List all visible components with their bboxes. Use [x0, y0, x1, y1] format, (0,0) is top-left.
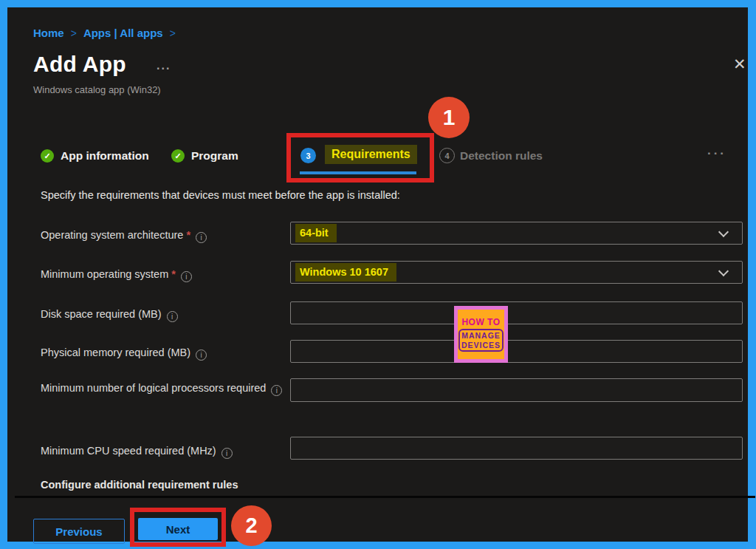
screenshot-frame: Home > Apps | All apps > Add App ... Win…: [0, 0, 756, 549]
field-label-disk-space: Disk space required (MB)i: [41, 306, 284, 322]
step-4-badge: 4: [439, 148, 455, 163]
required-asterisk: *: [186, 229, 190, 241]
watermark-stamp-badge: MANAGE DEVICES: [458, 329, 504, 351]
logical-processors-field[interactable]: [290, 378, 743, 402]
tab-requirements[interactable]: Requirements: [325, 145, 417, 164]
tab-detection-rules[interactable]: Detection rules: [460, 149, 543, 163]
required-asterisk: *: [171, 268, 176, 280]
step-complete-check-icon: ✓: [41, 149, 54, 163]
step-complete-check-icon: ✓: [171, 149, 185, 163]
page-title: Add App: [33, 52, 126, 77]
disk-space-field[interactable]: [290, 301, 743, 324]
field-label-cpu-speed: Minimum CPU speed required (MHz)i: [41, 443, 284, 459]
info-icon[interactable]: i: [196, 232, 207, 243]
next-button[interactable]: Next: [138, 518, 218, 540]
info-icon[interactable]: i: [221, 448, 233, 459]
add-app-blade: Home > Apps | All apps > Add App ... Win…: [7, 7, 748, 542]
step-3-badge: 3: [300, 148, 316, 163]
minimum-os-dropdown[interactable]: Windows 10 1607: [290, 261, 743, 284]
annotation-badge-2: 2: [231, 505, 272, 546]
breadcrumb-separator: >: [71, 27, 77, 39]
chevron-down-icon: [718, 266, 729, 276]
page-subtitle: Windows catalog app (Win32): [33, 84, 161, 95]
breadcrumb-separator: >: [170, 27, 176, 39]
annotation-badge-1: 1: [428, 97, 470, 138]
field-label-minimum-os: Minimum operating system*i: [41, 266, 284, 282]
info-icon[interactable]: i: [196, 349, 207, 361]
logical-processors-input[interactable]: [291, 379, 742, 401]
tab-requirements-underline: [300, 171, 416, 174]
title-more-icon[interactable]: ...: [157, 59, 171, 72]
breadcrumb: Home > Apps | All apps >: [33, 27, 176, 39]
watermark-line3: DEVICES: [461, 341, 501, 349]
tabs-overflow-icon[interactable]: ···: [707, 146, 726, 161]
info-icon[interactable]: i: [181, 271, 192, 282]
field-label-logical-processors: Minimum number of logical processors req…: [41, 380, 284, 396]
chevron-down-icon: [718, 227, 729, 237]
info-icon[interactable]: i: [167, 311, 178, 322]
info-icon[interactable]: i: [271, 385, 282, 396]
cpu-speed-input[interactable]: [291, 437, 742, 459]
physical-memory-field[interactable]: [290, 340, 743, 363]
breadcrumb-all-apps[interactable]: Apps | All apps: [83, 27, 163, 39]
os-architecture-value: 64-bit: [295, 224, 337, 242]
disk-space-input[interactable]: [291, 302, 742, 324]
breadcrumb-home[interactable]: Home: [33, 27, 64, 39]
configure-additional-rules-heading: Configure additional requirement rules: [41, 479, 238, 491]
field-label-physical-memory: Physical memory required (MB)i: [41, 344, 284, 361]
requirements-intro-text: Specify the requirements that devices mu…: [41, 189, 400, 201]
previous-button[interactable]: Previous: [33, 519, 125, 544]
tab-program[interactable]: Program: [191, 149, 238, 163]
tab-app-information[interactable]: App information: [61, 149, 149, 163]
watermark-line2: MANAGE: [461, 331, 501, 340]
physical-memory-input[interactable]: [291, 341, 742, 362]
footer-divider: [15, 496, 755, 498]
watermark-line1: HOW TO: [461, 317, 500, 327]
field-label-os-architecture: Operating system architecture*i: [41, 227, 284, 243]
close-icon[interactable]: ✕: [733, 56, 746, 72]
howtomanagedevices-watermark: HOW TO MANAGE DEVICES: [454, 306, 508, 363]
cpu-speed-field[interactable]: [290, 437, 743, 460]
minimum-os-value: Windows 10 1607: [295, 263, 396, 282]
os-architecture-dropdown[interactable]: 64-bit: [290, 222, 743, 245]
